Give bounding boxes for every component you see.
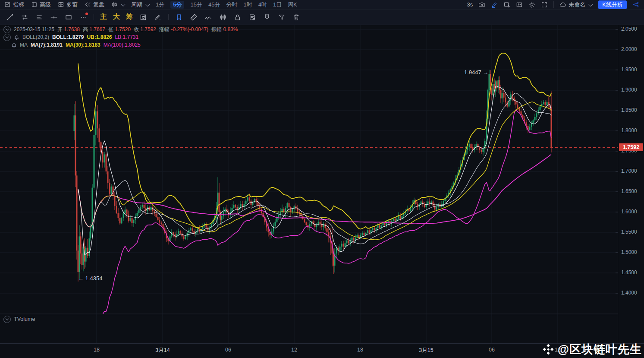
timeframe-1时[interactable]: 1时 <box>243 1 252 9</box>
horizontal-line-icon <box>50 13 58 21</box>
bookmark-icon <box>175 13 183 21</box>
toolbar-item-高级[interactable]: 高级 <box>31 1 51 9</box>
chevron-down-icon <box>145 1 150 6</box>
toolbar-item-label: 多窗 <box>66 1 78 9</box>
ohlc-field: 低 1.7520 <box>108 26 131 33</box>
kline-analysis-button[interactable]: K线分析 <box>598 0 627 9</box>
price-tick: 1.8500 <box>621 107 637 113</box>
pattern-icon <box>219 13 227 21</box>
toolbar-divider <box>168 14 169 20</box>
refresh-icon-button[interactable] <box>137 11 150 23</box>
kline-app: { "colors":{ "bg":"#0c0f15","panel":"#13… <box>0 0 644 358</box>
cloud-icon <box>559 1 566 8</box>
order-note-icon <box>248 13 256 21</box>
ohlc-field: 开 1.7638 <box>57 26 80 33</box>
chart-region[interactable] <box>0 25 618 358</box>
levels-icon-button[interactable] <box>33 11 46 23</box>
camera-icon <box>478 1 485 8</box>
alert-bell-icon[interactable] <box>14 35 19 40</box>
chips-label[interactable]: 筹 <box>124 13 135 22</box>
countdown-timer: 3s <box>467 1 473 8</box>
timeframe-周K[interactable]: 周K <box>288 1 297 9</box>
ma-legend-row: MAMA(7):1.8191MA(30):1.8183MA(100):1.802… <box>11 41 141 48</box>
price-tick: 1.9500 <box>621 67 637 73</box>
signature-icon-button[interactable] <box>202 11 215 23</box>
advanced-icon <box>31 1 38 8</box>
toolbar-item-多窗[interactable]: 多窗 <box>58 1 78 9</box>
price-axis[interactable]: 1.7592 2.05002.00001.95001.90001.85001.8… <box>618 25 644 358</box>
add-window-icon-button[interactable] <box>503 1 510 8</box>
camera-icon-button[interactable] <box>478 1 485 8</box>
large-label[interactable]: 大 <box>111 13 122 22</box>
snapshot-icon-button[interactable] <box>516 1 523 8</box>
share-button[interactable] <box>632 1 640 8</box>
price-tick: 1.4000 <box>621 290 637 296</box>
bar-datetime: 2025-03-15 11:25 <box>14 26 54 32</box>
fullscreen-icon <box>541 1 548 8</box>
collapse-volume-icon[interactable] <box>3 316 11 323</box>
brush-icon <box>154 13 162 21</box>
bookmark-icon-button[interactable] <box>173 11 185 23</box>
timeframe-45分[interactable]: 45分 <box>208 1 220 9</box>
timeframe-5分[interactable]: 5分 <box>170 1 184 9</box>
time-tick: 18 <box>357 347 363 353</box>
multi-window-icon <box>58 1 64 8</box>
price-tick: 2.0000 <box>621 46 637 52</box>
timeframe-1日[interactable]: 1日 <box>273 1 282 9</box>
ruler-icon-button[interactable] <box>187 11 200 23</box>
low-annotation: ← 1.4354 <box>78 275 102 282</box>
brush-icon-button[interactable] <box>151 11 164 23</box>
edit-icon-button[interactable] <box>491 1 498 8</box>
lock-icon <box>234 13 242 21</box>
magnet-icon-button[interactable] <box>261 11 273 23</box>
volume-pane-label: TVolume <box>14 316 35 322</box>
trash-icon-button[interactable] <box>290 11 303 23</box>
layout-menu[interactable]: 未命名 <box>559 1 592 9</box>
toolbar-item-label: 指标 <box>13 1 24 9</box>
fullscreen-icon-button[interactable] <box>541 1 548 8</box>
trend-line-icon <box>6 13 14 21</box>
settings-icon <box>528 1 535 8</box>
order-note-icon-button[interactable] <box>246 11 259 23</box>
chevron-down-icon <box>121 1 126 6</box>
toolbar-item-指标[interactable]: 指标 <box>4 1 24 9</box>
more-tools-icon-button[interactable] <box>77 11 90 23</box>
settings-icon-button[interactable] <box>528 1 535 8</box>
timeframe-分时[interactable]: 分时 <box>226 1 237 9</box>
candle-style-icon <box>111 1 118 8</box>
pattern-icon-button[interactable] <box>217 11 229 23</box>
main-label[interactable]: 主 <box>98 13 109 22</box>
time-tick: 12 <box>291 347 297 353</box>
timeframe-1分[interactable]: 1分 <box>156 1 164 9</box>
alert-bell-icon[interactable] <box>11 42 17 48</box>
rectangle-icon-button[interactable] <box>62 11 75 23</box>
collapse-ohlc-icon[interactable] <box>3 26 11 33</box>
toolbar-item-label: 周期 <box>131 1 142 9</box>
time-tick: 06 <box>225 347 231 353</box>
ma-title: MA <box>20 42 28 48</box>
toolbar-item-周期[interactable]: 周期 <box>131 1 149 9</box>
timeframe-4时[interactable]: 4时 <box>258 1 267 9</box>
boll-title: BOLL(20,2) <box>22 34 49 40</box>
toolbar-item-candle-style-icon[interactable] <box>111 1 124 8</box>
price-tick: 1.9000 <box>621 87 637 93</box>
horizontal-line-icon-button[interactable] <box>47 11 60 23</box>
ma-value: MA(100):1.8025 <box>104 42 141 48</box>
toolbar-divider <box>94 14 94 20</box>
toolbar-item-复盘[interactable]: 复盘 <box>85 1 104 9</box>
timeframe-15分[interactable]: 15分 <box>190 1 202 9</box>
signature-icon <box>204 13 212 21</box>
toolbar-item-label: 复盘 <box>93 1 104 9</box>
filter-icon-button[interactable] <box>275 11 288 23</box>
trend-line-icon-button[interactable] <box>3 11 16 23</box>
price-tick: 1.7000 <box>621 168 637 174</box>
collapse-boll-icon[interactable] <box>3 34 11 41</box>
channel-icon <box>21 13 28 21</box>
layout-name: 未命名 <box>569 1 585 9</box>
brand-diamond-icon <box>542 343 555 356</box>
chevron-down-icon <box>588 1 593 6</box>
price-tick: 1.5000 <box>621 249 637 255</box>
channel-icon-button[interactable] <box>18 11 31 23</box>
lock-icon-button[interactable] <box>231 11 244 23</box>
time-tick: 3月15 <box>419 347 433 354</box>
